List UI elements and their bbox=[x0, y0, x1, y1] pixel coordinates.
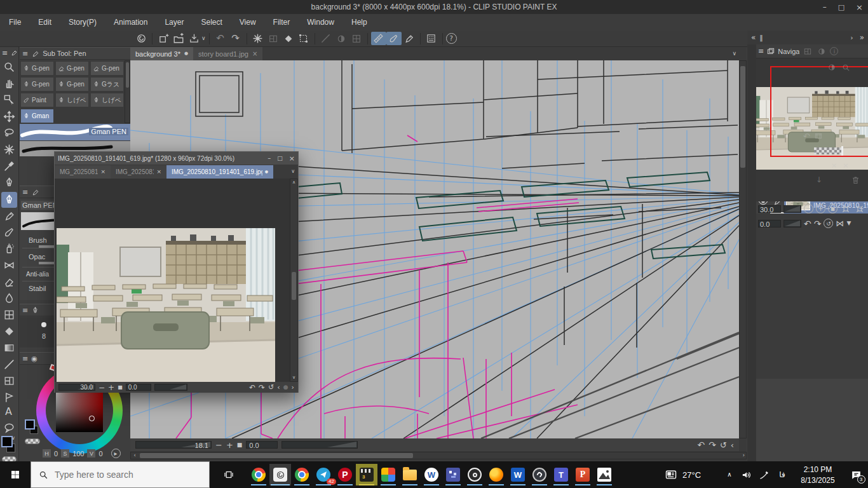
next-icon[interactable]: › bbox=[292, 384, 294, 391]
new-canvas-icon[interactable] bbox=[156, 32, 171, 45]
undo-icon[interactable]: ↶ bbox=[213, 32, 228, 45]
redo-icon[interactable]: ↷ bbox=[228, 32, 243, 45]
zoom-slider[interactable]: 18.1 bbox=[135, 441, 212, 449]
tab-close-icon[interactable]: × bbox=[100, 169, 105, 175]
menu-filter[interactable]: Filter bbox=[273, 18, 290, 27]
clear-outside-icon[interactable] bbox=[266, 32, 281, 45]
menu-animation[interactable]: Animation bbox=[114, 18, 147, 27]
rotation-slider[interactable] bbox=[281, 441, 358, 449]
zoom-tool-icon[interactable] bbox=[3, 61, 15, 73]
pen-tool-active-icon[interactable] bbox=[1, 192, 17, 208]
navigator-tab-label[interactable]: Naviga bbox=[778, 48, 799, 55]
floating-tab-active[interactable]: IMG_20250810_191401_619.jpg* ● bbox=[166, 165, 273, 179]
brush-size-dot[interactable] bbox=[41, 322, 46, 327]
collapse-left-icon[interactable]: « bbox=[751, 34, 756, 41]
delete-layer-icon[interactable] bbox=[851, 175, 860, 185]
frame-border-tool-icon[interactable] bbox=[3, 375, 15, 387]
tray-expand[interactable]: ∧ bbox=[722, 461, 737, 488]
floating-tab[interactable]: MG_20250810_ × bbox=[55, 165, 111, 179]
brush-tool-icon[interactable] bbox=[3, 226, 15, 238]
subtool-item[interactable]: しげペ bbox=[90, 93, 124, 107]
layer-history-tab-icon[interactable]: ↶ bbox=[803, 132, 810, 140]
navigator-view-rect[interactable] bbox=[770, 66, 868, 157]
selection-border-icon[interactable] bbox=[349, 32, 364, 45]
prev-page-icon[interactable]: ‹ bbox=[731, 441, 734, 449]
floating-tab-list-icon[interactable]: ∨ bbox=[291, 169, 295, 174]
balloon-tool-icon[interactable] bbox=[3, 422, 15, 434]
subtool-item-selected[interactable]: Gman bbox=[20, 109, 54, 123]
layer-opacity-slider[interactable] bbox=[814, 147, 843, 154]
tool-strip-pen-icon[interactable] bbox=[10, 49, 18, 57]
canvas-hscrollbar[interactable]: ‹ › bbox=[130, 452, 747, 459]
menu-help[interactable]: Help bbox=[351, 18, 367, 27]
lasso-tool-icon[interactable] bbox=[3, 127, 15, 139]
subview-tab-icon[interactable] bbox=[802, 46, 813, 57]
subtool-item[interactable]: しげペ bbox=[55, 93, 89, 107]
taskbar-icon-obs[interactable] bbox=[529, 464, 550, 485]
figure-tool-icon[interactable] bbox=[3, 309, 15, 321]
clock[interactable]: 2:10 PM 8/13/2025 bbox=[793, 464, 843, 486]
floating-tab[interactable]: IMG_20250810_ × bbox=[111, 165, 166, 179]
merge-down-icon[interactable]: ↓ bbox=[816, 176, 822, 184]
redo-icon[interactable]: ↷ bbox=[709, 440, 716, 449]
menu-select[interactable]: Select bbox=[201, 18, 222, 27]
nav-zoom-in-icon[interactable]: + bbox=[816, 204, 825, 214]
reset-rotation-icon[interactable]: ↺ bbox=[720, 441, 727, 449]
nav-rotate-left-icon[interactable]: ↶ bbox=[804, 219, 811, 228]
taskbar-icon-clip-studio[interactable] bbox=[269, 464, 291, 485]
floating-title-bar[interactable]: IMG_20250810_191401_619.jpg* (1280 x 960… bbox=[55, 152, 298, 165]
enable-mask-icon[interactable]: × bbox=[831, 162, 837, 169]
polyline-tool-icon[interactable] bbox=[3, 391, 15, 403]
timeline-tab-icon[interactable] bbox=[813, 130, 824, 142]
nav-zoom-out-icon[interactable]: − bbox=[804, 204, 813, 214]
canvas-vscrollbar[interactable] bbox=[739, 60, 747, 438]
taskbar-icon-game[interactable] bbox=[442, 464, 464, 485]
palette-main-swatch[interactable] bbox=[25, 419, 35, 430]
nav-fit-icon[interactable]: ■ bbox=[828, 204, 837, 214]
reference-image-window[interactable]: IMG_20250810_191401_619.jpg* (1280 x 960… bbox=[54, 151, 299, 393]
brush-row-selected[interactable]: Gman PEN bbox=[20, 124, 130, 140]
fill-tool-icon[interactable] bbox=[3, 325, 15, 337]
minimize-icon[interactable]: – bbox=[823, 3, 827, 11]
color-wheel-menu-icon[interactable]: ≡ bbox=[22, 355, 28, 362]
floating-canvas[interactable]: ∧ ∨ bbox=[55, 179, 298, 382]
gradient-tool-icon[interactable] bbox=[3, 342, 15, 354]
search-box[interactable] bbox=[31, 461, 210, 488]
ruler-range-icon[interactable]: × bbox=[843, 162, 848, 169]
quick-access-tab-icon[interactable] bbox=[816, 46, 827, 57]
nav-reset-rotation-icon[interactable]: ↺ bbox=[824, 219, 833, 228]
operation-tool-icon[interactable] bbox=[3, 94, 15, 106]
material-panel-icon[interactable] bbox=[424, 32, 439, 45]
menu-layer[interactable]: Layer bbox=[165, 18, 184, 27]
taskbar-icon-chrome[interactable] bbox=[248, 464, 269, 485]
fill-icon[interactable] bbox=[281, 32, 296, 45]
snap-ruler-icon[interactable] bbox=[371, 32, 386, 45]
fit-icon[interactable]: ■ bbox=[237, 442, 243, 448]
move-layer-tool-icon[interactable] bbox=[3, 111, 15, 123]
open-file-icon[interactable] bbox=[171, 32, 186, 45]
prev-icon[interactable]: ‹ bbox=[277, 384, 280, 391]
main-color-swatch[interactable] bbox=[1, 436, 13, 447]
nav-flip-vertical-icon[interactable]: ▼ bbox=[846, 220, 851, 226]
clip-studio-logo-icon[interactable] bbox=[133, 32, 149, 45]
subtool-item[interactable]: G-pen bbox=[55, 61, 89, 76]
drag-handle-icon[interactable]: ‖ bbox=[759, 34, 763, 41]
menu-window[interactable]: Window bbox=[307, 18, 334, 27]
deselect-icon[interactable] bbox=[318, 32, 334, 45]
zoom-in-icon[interactable]: + bbox=[226, 441, 233, 449]
line-tool-icon[interactable] bbox=[3, 358, 15, 370]
search-input[interactable] bbox=[55, 470, 194, 480]
snap-grid-icon[interactable] bbox=[402, 32, 417, 45]
notification-center[interactable]: 3 bbox=[844, 461, 868, 488]
decoration-tool-icon[interactable] bbox=[3, 259, 15, 271]
menu-story[interactable]: Story(P) bbox=[69, 18, 97, 27]
nav-fit-screen-icon[interactable] bbox=[840, 203, 851, 215]
undo-icon[interactable]: ↶ bbox=[249, 384, 255, 391]
airbrush-tool-icon[interactable] bbox=[3, 243, 15, 255]
tool-strip-menu-icon[interactable]: ≡ bbox=[2, 50, 8, 57]
search-layer-tab-icon[interactable] bbox=[840, 62, 851, 73]
taskbar-icon-teams[interactable]: T bbox=[550, 464, 572, 485]
taskbar-icon-google-photos[interactable] bbox=[377, 464, 399, 485]
menu-edit[interactable]: Edit bbox=[38, 18, 51, 27]
collapse-right-icon[interactable]: » bbox=[860, 34, 864, 41]
